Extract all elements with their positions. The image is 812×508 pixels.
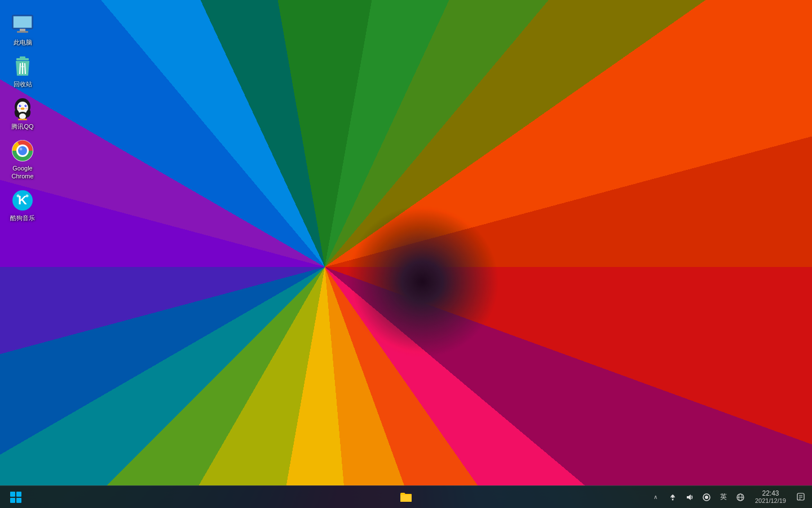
svg-point-34 — [26, 195, 29, 198]
windows-logo-icon — [10, 492, 21, 503]
svg-text:K: K — [18, 193, 27, 207]
computer-icon-label: 此电脑 — [14, 38, 32, 46]
svg-point-22 — [19, 113, 26, 119]
desktop-icon-kuwo[interactable]: K 酷狗音乐 — [1, 186, 44, 225]
taskbar: ∧ 英 — [0, 485, 812, 508]
qq-icon-label: 腾讯QQ — [11, 122, 33, 130]
svg-rect-3 — [20, 29, 25, 31]
folder-icon — [400, 492, 412, 503]
sound-tray-icon[interactable] — [683, 487, 696, 507]
clock-date: 2021/12/19 — [755, 497, 786, 505]
language-indicator[interactable]: 英 — [717, 487, 730, 507]
kuwo-icon: K — [11, 189, 34, 212]
chrome-icon — [11, 139, 34, 162]
notification-icon — [797, 493, 805, 502]
kuwo-icon-label: 酷狗音乐 — [10, 214, 35, 222]
recycle-svg — [13, 55, 32, 78]
svg-rect-4 — [17, 31, 28, 33]
svg-point-20 — [25, 107, 28, 109]
pencil-wallpaper — [0, 0, 812, 485]
svg-rect-6 — [20, 56, 25, 59]
battery-icon — [702, 493, 711, 502]
svg-line-7 — [20, 63, 20, 74]
taskbar-left — [5, 486, 27, 509]
chrome-icon-label: Google Chrome — [6, 164, 39, 181]
computer-svg — [11, 15, 34, 35]
recycle-icon-label: 回收站 — [14, 80, 32, 88]
svg-point-35 — [672, 498, 673, 500]
svg-line-9 — [25, 63, 25, 74]
qq-svg — [12, 98, 33, 120]
svg-point-37 — [705, 496, 708, 499]
desktop-icon-qq[interactable]: 腾讯QQ — [1, 94, 44, 134]
desktop-icon-recycle[interactable]: 回收站 — [1, 52, 44, 91]
desktop-icon-chrome[interactable]: Google Chrome — [1, 136, 44, 184]
win-tile-br — [16, 498, 21, 503]
taskbar-center — [395, 486, 417, 509]
network-tray-icon[interactable] — [666, 487, 679, 507]
ime-icon[interactable] — [734, 487, 747, 507]
desktop-icons-area: 此电脑 回收站 — [0, 6, 45, 230]
tray-overflow-button[interactable]: ∧ — [649, 487, 663, 507]
win-tile-bl — [10, 498, 15, 503]
svg-rect-2 — [14, 16, 32, 28]
qq-icon — [11, 98, 34, 120]
chrome-svg — [11, 139, 34, 162]
svg-point-18 — [21, 107, 25, 110]
win-tile-tr — [16, 492, 21, 497]
svg-point-30 — [20, 147, 23, 150]
computer-icon — [11, 14, 34, 36]
desktop-icon-computer[interactable]: 此电脑 — [1, 10, 44, 50]
network-icon — [668, 493, 677, 502]
taskbar-file-explorer[interactable] — [395, 486, 417, 509]
battery-tray-icon[interactable] — [700, 487, 713, 507]
svg-point-16 — [20, 105, 21, 106]
kuwo-svg: K — [11, 189, 34, 212]
notification-center-button[interactable] — [794, 487, 807, 507]
chevron-up-icon: ∧ — [654, 494, 657, 500]
sound-icon — [685, 493, 694, 502]
svg-point-17 — [25, 105, 27, 106]
taskbar-right: ∧ 英 — [649, 486, 807, 509]
lang-text: 英 — [720, 492, 727, 502]
win-tile-tl — [10, 492, 15, 497]
svg-point-33 — [17, 195, 20, 198]
svg-point-29 — [18, 146, 27, 155]
ime-svg — [736, 493, 745, 502]
system-clock[interactable]: 22:43 2021/12/19 — [751, 486, 791, 509]
start-button[interactable] — [5, 486, 27, 509]
recycle-icon — [11, 55, 34, 78]
svg-point-19 — [17, 107, 20, 109]
clock-time: 22:43 — [762, 489, 779, 497]
